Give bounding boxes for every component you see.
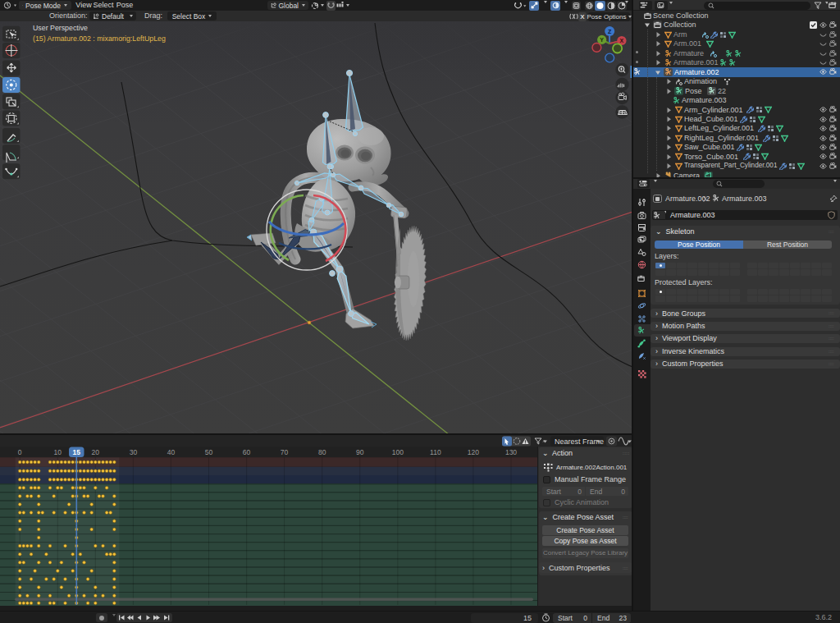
svg-text:130: 130	[505, 448, 517, 456]
svg-text:80: 80	[318, 448, 326, 456]
svg-text:120: 120	[468, 448, 479, 456]
svg-text:30: 30	[130, 448, 138, 456]
svg-text:User Perspective: User Perspective	[33, 24, 88, 32]
svg-text:50: 50	[205, 448, 213, 456]
svg-text:Z: Z	[608, 29, 612, 34]
svg-text:10: 10	[54, 448, 62, 456]
svg-text:Y: Y	[600, 37, 604, 43]
svg-text:20: 20	[92, 448, 100, 456]
svg-text:(15) Armature.002 : mixamorig:: (15) Armature.002 : mixamorig:LeftUpLeg	[33, 34, 166, 43]
svg-text:15: 15	[72, 448, 80, 456]
svg-text:60: 60	[243, 448, 251, 456]
svg-text:70: 70	[281, 448, 289, 456]
svg-text:Nearest Frame: Nearest Frame	[555, 437, 604, 446]
svg-text:110: 110	[430, 448, 441, 456]
svg-text:90: 90	[356, 448, 364, 456]
svg-text:X: X	[620, 38, 624, 44]
svg-text:0: 0	[18, 448, 22, 456]
svg-text:100: 100	[392, 448, 404, 456]
svg-text:40: 40	[167, 448, 176, 456]
